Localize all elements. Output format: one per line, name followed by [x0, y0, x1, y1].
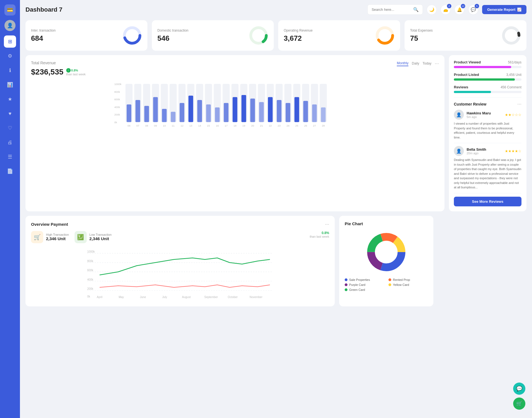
legend-sale-properties: Sale Properties — [345, 278, 384, 281]
svg-rect-63 — [268, 97, 273, 122]
see-more-reviews-button[interactable]: See More Reviews — [454, 197, 521, 206]
low-transaction-label: Low Transaction — [89, 233, 112, 236]
review-time-0: 5m ago — [467, 115, 502, 119]
sidebar-item-analytics[interactable]: 📊 — [4, 79, 16, 91]
overview-more-options[interactable]: ··· — [325, 221, 329, 227]
donut-chart-2 — [375, 26, 395, 45]
header: Dashboard 7 🔍 🌙 👝 2 🔔 12 💬 5 Gen — [25, 4, 526, 15]
svg-rect-27 — [162, 109, 167, 122]
stat-label-0: Inter. transaction — [31, 29, 56, 32]
svg-text:23: 23 — [278, 124, 281, 127]
high-transaction-info: High Transaction 2,346 Unit — [46, 233, 69, 241]
sidebar-item-favorites[interactable]: ★ — [4, 93, 16, 105]
star-icon: ★ — [8, 96, 12, 102]
tab-today[interactable]: Today — [423, 61, 431, 66]
overview-payment-card: Overview Payment ··· 🛒 High Transaction … — [25, 216, 335, 306]
svg-text:06: 06 — [127, 124, 131, 127]
sidebar-logo[interactable]: 💳 — [4, 4, 16, 16]
revenue-more-options[interactable]: ··· — [435, 61, 439, 66]
svg-text:09: 09 — [154, 124, 157, 127]
stat-card-left-1: Domestic transaction 546 — [157, 29, 188, 43]
low-transaction-icon: 💹 — [75, 231, 87, 243]
svg-text:15: 15 — [207, 124, 210, 127]
svg-rect-18 — [135, 100, 140, 122]
stat-card-operating-revenue: Operating Revenue 3,672 — [278, 20, 400, 51]
sidebar-item-wishlist[interactable]: ♡ — [4, 122, 16, 134]
generate-btn-label: Generate Report — [487, 7, 515, 12]
legend-dot-3 — [388, 283, 391, 286]
sidebar-item-list[interactable]: ☰ — [4, 151, 16, 163]
generate-report-button[interactable]: Generate Report 📈 — [482, 5, 526, 14]
heart-outline-icon: ♡ — [8, 125, 12, 131]
metric-bar-fill-1 — [454, 78, 515, 81]
info-icon: ℹ — [9, 67, 11, 73]
stat-card-domestic-transaction: Domestic transaction 546 — [152, 20, 274, 51]
tab-monthly[interactable]: Monthly — [397, 61, 408, 66]
svg-text:25: 25 — [295, 124, 298, 127]
review-stars-0: ★★☆☆☆ — [505, 113, 521, 117]
metric-value-1: 3,456 Unit — [506, 73, 521, 77]
svg-point-107 — [375, 241, 397, 263]
svg-text:22: 22 — [269, 124, 272, 127]
overview-header: Overview Payment ··· — [31, 221, 329, 227]
dark-mode-toggle[interactable]: 🌙 — [427, 5, 437, 15]
svg-text:11: 11 — [172, 124, 175, 127]
metric-value-0: 561/days — [508, 60, 521, 64]
pie-legend: Sale Properties Rented Prop Purple Card … — [345, 278, 428, 291]
metric-product-viewed: Product Viewed 561/days — [454, 60, 521, 68]
print-icon: 🖨 — [7, 140, 12, 145]
legend-label-0: Sale Properties — [349, 278, 370, 281]
svg-text:10: 10 — [163, 124, 166, 127]
low-transaction-stat: 💹 Low Transaction 2,346 Unit — [75, 231, 112, 243]
wallet-badge: 2 — [447, 4, 451, 8]
list-icon: ☰ — [8, 154, 12, 160]
overview-change-label: than last week — [310, 235, 329, 238]
svg-text:18: 18 — [234, 124, 237, 127]
support-button[interactable]: 💬 — [513, 383, 525, 395]
stat-card-inter-transaction: Inter. transaction 684 — [25, 20, 147, 51]
wallet-btn[interactable]: 👝 2 — [441, 5, 451, 15]
review-stars-1: ★★★★☆ — [505, 149, 521, 153]
chat-btn[interactable]: 💬 5 — [468, 5, 478, 15]
sidebar-item-print[interactable]: 🖨 — [4, 136, 16, 148]
high-transaction-stat: 🛒 High Transaction 2,346 Unit — [31, 231, 69, 243]
metric-reviews: Reviews 456 Comment — [454, 85, 521, 93]
cart-button[interactable]: 🛒 — [513, 398, 525, 410]
search-input[interactable] — [372, 7, 411, 12]
svg-text:20: 20 — [251, 124, 254, 127]
svg-text:19: 19 — [242, 124, 245, 127]
svg-rect-36 — [188, 96, 193, 122]
search-bar[interactable]: 🔍 — [367, 4, 423, 15]
sidebar-item-settings[interactable]: ⚙ — [4, 50, 16, 62]
sidebar-item-dashboard[interactable]: ⊞ — [4, 35, 16, 48]
revenue-card: Total Revenue Monthly Daily Today ··· $2… — [25, 55, 444, 211]
review-text-0: I viewed a number of properties with Jus… — [454, 121, 521, 140]
tab-daily[interactable]: Daily — [412, 61, 419, 66]
overview-stats: 🛒 High Transaction 2,346 Unit 💹 Low Tran… — [31, 231, 329, 243]
revenue-title: Total Revenue — [31, 61, 56, 65]
legend-rented-prop: Rented Prop — [388, 278, 428, 281]
change-label: than last week — [66, 73, 86, 76]
search-icon[interactable]: 🔍 — [413, 7, 419, 12]
notification-btn[interactable]: 🔔 12 — [454, 5, 464, 15]
svg-text:800k: 800k — [114, 90, 120, 93]
svg-text:0k: 0k — [87, 295, 91, 298]
svg-text:1000k: 1000k — [114, 83, 121, 86]
user-avatar[interactable]: 👤 — [4, 20, 16, 31]
legend-label-4: Green Card — [349, 288, 365, 291]
sidebar-item-liked[interactable]: ♥ — [4, 107, 16, 120]
svg-text:13: 13 — [189, 124, 192, 127]
sidebar-item-info[interactable]: ℹ — [4, 64, 16, 76]
svg-rect-54 — [241, 95, 246, 122]
review-name-1: Bella Smith — [467, 147, 502, 152]
legend-purple-card: Purple Card — [345, 283, 384, 286]
overview-change-pct: 0.8% — [322, 231, 329, 235]
reviews-more-options[interactable]: ··· — [517, 101, 521, 107]
sidebar-item-docs[interactable]: 📄 — [4, 165, 16, 177]
low-transaction-value: 2,346 Unit — [89, 236, 112, 241]
revenue-header: Total Revenue Monthly Daily Today ··· — [31, 61, 439, 66]
stat-card-left: Inter. transaction 684 — [31, 29, 56, 43]
svg-text:600k: 600k — [87, 269, 94, 272]
stat-card-left-2: Operating Revenue 3,672 — [284, 29, 313, 43]
overview-title: Overview Payment — [31, 222, 68, 227]
